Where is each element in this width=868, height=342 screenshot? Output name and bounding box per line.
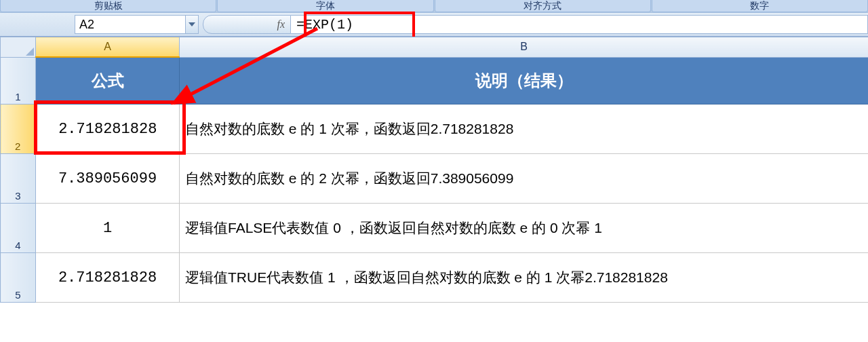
cell-B5[interactable]: 逻辑值TRUE代表数值 1 ，函数返回自然对数的底数 e 的 1 次幂2.718… bbox=[180, 253, 869, 303]
name-box[interactable]: A2 bbox=[75, 15, 186, 34]
column-header-row: A B bbox=[1, 37, 869, 58]
table-row: 5 2.718281828 逻辑值TRUE代表数值 1 ，函数返回自然对数的底数… bbox=[1, 253, 869, 303]
row-header-1[interactable]: 1 bbox=[1, 57, 36, 104]
ribbon-group-font[interactable]: 字体 bbox=[217, 0, 433, 12]
row-header-5[interactable]: 5 bbox=[1, 253, 36, 303]
column-header-B[interactable]: B bbox=[180, 37, 869, 58]
cell-A2[interactable]: 2.718281828 bbox=[36, 104, 180, 154]
ribbon-group-number[interactable]: 数字 bbox=[652, 0, 868, 12]
ribbon-group-labels: 剪贴板 字体 对齐方式 数字 bbox=[0, 0, 868, 12]
table-row: 4 1 逻辑值FALSE代表数值 0 ，函数返回自然对数的底数 e 的 0 次幂… bbox=[1, 204, 869, 253]
select-all-corner[interactable] bbox=[1, 37, 36, 58]
cell-B2[interactable]: 自然对数的底数 e 的 1 次幂，函数返回2.718281828 bbox=[180, 104, 869, 154]
table-row: 3 7.389056099 自然对数的底数 e 的 2 次幂，函数返回7.389… bbox=[1, 154, 869, 204]
header-cell-description[interactable]: 说明（结果） bbox=[180, 57, 869, 104]
cell-B4[interactable]: 逻辑值FALSE代表数值 0 ，函数返回自然对数的底数 e 的 0 次幂 1 bbox=[180, 204, 869, 253]
row-header-4[interactable]: 4 bbox=[1, 204, 36, 253]
cell-A4[interactable]: 1 bbox=[36, 204, 180, 253]
cell-B3[interactable]: 自然对数的底数 e 的 2 次幂，函数返回7.389056099 bbox=[180, 154, 869, 204]
cell-A3[interactable]: 7.389056099 bbox=[36, 154, 180, 204]
ribbon-group-clipboard[interactable]: 剪贴板 bbox=[0, 0, 216, 12]
column-header-A[interactable]: A bbox=[36, 37, 180, 58]
fx-button[interactable]: fx bbox=[203, 15, 291, 34]
formula-input[interactable]: =EXP(1) bbox=[291, 15, 868, 34]
ribbon-group-alignment[interactable]: 对齐方式 bbox=[435, 0, 651, 12]
header-cell-formula[interactable]: 公式 bbox=[36, 57, 180, 104]
row-header-2[interactable]: 2 bbox=[1, 104, 36, 154]
row-header-3[interactable]: 3 bbox=[1, 154, 36, 204]
cell-A5[interactable]: 2.718281828 bbox=[36, 253, 180, 303]
formula-bar: A2 fx =EXP(1) bbox=[0, 12, 868, 37]
spreadsheet-grid: A B 1 公式 说明（结果） 2 2.718281828 自然对数的底数 e … bbox=[0, 37, 868, 303]
name-box-dropdown[interactable] bbox=[186, 15, 199, 34]
table-row: 2 2.718281828 自然对数的底数 e 的 1 次幂，函数返回2.718… bbox=[1, 104, 869, 154]
fx-icon: fx bbox=[277, 18, 285, 31]
table-row: 1 公式 说明（结果） bbox=[1, 57, 869, 104]
chevron-down-icon bbox=[189, 22, 195, 26]
